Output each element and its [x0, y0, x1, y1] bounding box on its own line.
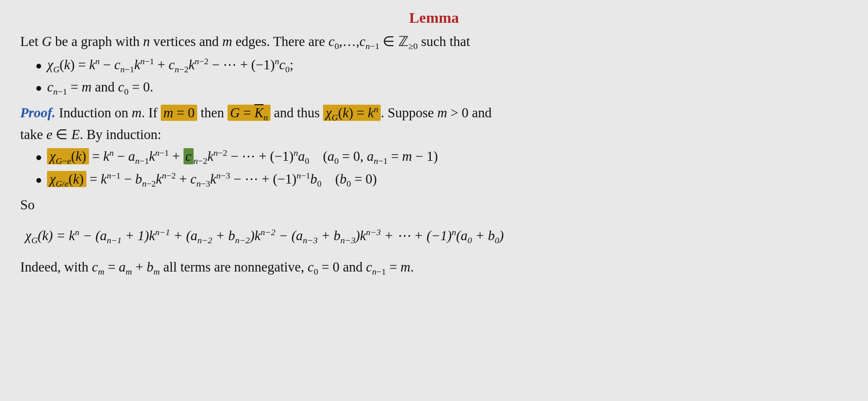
proof-bullet-1: ● χG−e(k) = kn − an−1kn−1 + cn−2kn−2 − ⋯…: [35, 146, 848, 167]
content-block: Let G be a graph with n vertices and m e…: [20, 31, 848, 278]
big-formula: χG(k) = kn − (an−1 + 1)kn−1 + (an−2 + bn…: [20, 225, 848, 247]
lemma-bullet-2-text: cn−1 = m and c0 = 0.: [47, 77, 153, 98]
intro-line: Let G be a graph with n vertices and m e…: [20, 31, 848, 53]
highlight-GKn: G = Kn: [227, 105, 270, 121]
lemma-title: Lemma: [20, 9, 848, 26]
highlight-chiKn: χG(k) = kn: [323, 105, 381, 121]
lemma-bullet-list: ● χG(k) = kn − cn−1kn−1 + cn−2kn−2 − ⋯ +…: [35, 55, 848, 98]
proof-section: Proof. Induction on m. If m = 0 then G =…: [20, 102, 848, 278]
proof-line-2: take e ∈ E. By induction:: [20, 124, 848, 146]
proof-label: Proof.: [20, 105, 56, 120]
proof-bullet-dot-2: ●: [35, 171, 42, 189]
proof-line-1: Proof. Induction on m. If m = 0 then G =…: [20, 102, 848, 124]
main-page: Lemma Let G be a graph with n vertices a…: [0, 0, 868, 401]
proof-bullet-1-text: χG−e(k) = kn − an−1kn−1 + cn−2kn−2 − ⋯ +…: [47, 146, 438, 167]
lemma-bullet-1-text: χG(k) = kn − cn−1kn−1 + cn−2kn−2 − ⋯ + (…: [47, 55, 293, 76]
highlight-chi-ge2: χG/e(k): [47, 171, 86, 187]
bullet-dot-1: ●: [35, 57, 42, 74]
so-line: So: [20, 194, 848, 216]
highlight-m0: m = 0: [161, 105, 197, 121]
lemma-bullet-2: ● cn−1 = m and c0 = 0.: [35, 77, 848, 98]
proof-bullet-2-text: χG/e(k) = kn−1 − bn−2kn−2 + cn−3kn−3 − ⋯…: [47, 168, 377, 190]
indeed-line: Indeed, with cm = am + bm all terms are …: [20, 256, 848, 278]
bullet-dot-2: ●: [35, 79, 42, 97]
proof-bullet-list: ● χG−e(k) = kn − an−1kn−1 + cn−2kn−2 − ⋯…: [35, 146, 848, 190]
highlight-c-green: c: [184, 148, 194, 164]
proof-bullet-dot-1: ●: [35, 148, 42, 166]
highlight-chi-ge: χG−e(k): [47, 148, 88, 164]
lemma-bullet-1: ● χG(k) = kn − cn−1kn−1 + cn−2kn−2 − ⋯ +…: [35, 55, 848, 76]
proof-bullet-2: ● χG/e(k) = kn−1 − bn−2kn−2 + cn−3kn−3 −…: [35, 168, 848, 190]
such-that-text: such that: [421, 34, 470, 49]
